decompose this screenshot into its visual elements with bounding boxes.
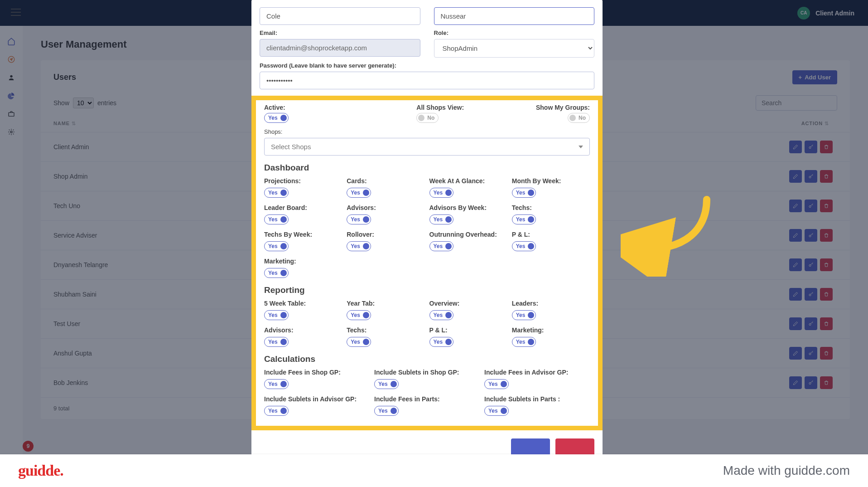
option-toggle[interactable]: Yes bbox=[347, 241, 371, 251]
option-label: Advisors By Week: bbox=[429, 204, 507, 211]
permissions-section: Active: Yes All Shops View: No Show My G… bbox=[251, 96, 603, 430]
option-label: Month By Week: bbox=[512, 177, 590, 185]
permission-option: Advisors: Yes bbox=[347, 204, 424, 224]
option-label: Marketing: bbox=[512, 326, 590, 334]
permission-option: Advisors By Week: Yes bbox=[429, 204, 507, 224]
option-label: Projections: bbox=[264, 177, 342, 185]
option-label: Techs: bbox=[512, 204, 590, 211]
permission-option: Techs: Yes bbox=[347, 326, 424, 347]
option-toggle[interactable]: Yes bbox=[512, 337, 536, 347]
option-toggle[interactable]: Yes bbox=[347, 337, 371, 347]
option-label: Include Sublets in Shop GP: bbox=[374, 369, 480, 376]
permission-option: Rollover: Yes bbox=[347, 231, 424, 251]
option-label: Techs By Week: bbox=[264, 231, 342, 238]
option-label: Advisors: bbox=[264, 326, 342, 334]
option-label: Cards: bbox=[347, 177, 424, 185]
option-label: Include Fees in Shop GP: bbox=[264, 369, 370, 376]
option-label: 5 Week Table: bbox=[264, 300, 342, 307]
role-label: Role: bbox=[434, 29, 595, 36]
option-label: Techs: bbox=[347, 326, 424, 334]
option-toggle[interactable]: Yes bbox=[347, 188, 371, 198]
email-field bbox=[260, 39, 420, 57]
option-toggle[interactable]: Yes bbox=[264, 406, 289, 416]
option-toggle[interactable]: Yes bbox=[512, 241, 536, 251]
permission-option: Cards: Yes bbox=[347, 177, 424, 198]
option-label: P & L: bbox=[429, 326, 507, 334]
permission-option: Include Sublets in Shop GP: Yes bbox=[374, 369, 480, 389]
show-groups-label: Show My Groups: bbox=[503, 104, 590, 111]
role-select[interactable]: ShopAdmin bbox=[434, 39, 595, 58]
all-shops-toggle[interactable]: No bbox=[416, 113, 439, 123]
permission-option: Marketing: Yes bbox=[512, 326, 590, 347]
option-label: Marketing: bbox=[264, 258, 342, 265]
guidde-logo: guidde. bbox=[18, 462, 63, 479]
permission-option: Overview: Yes bbox=[429, 300, 507, 320]
option-label: Include Fees in Advisor GP: bbox=[484, 369, 590, 376]
shops-label: Shops: bbox=[264, 128, 590, 135]
permission-option: Outrunning Overhead: Yes bbox=[429, 231, 507, 251]
permission-option: Advisors: Yes bbox=[264, 326, 342, 347]
all-shops-label: All Shops View: bbox=[416, 104, 503, 111]
option-toggle[interactable]: Yes bbox=[264, 337, 289, 347]
option-toggle[interactable]: Yes bbox=[374, 379, 399, 389]
made-with-label: Made with guidde.com bbox=[723, 463, 850, 478]
last-name-field[interactable] bbox=[434, 7, 595, 25]
option-toggle[interactable]: Yes bbox=[429, 241, 454, 251]
permission-option: 5 Week Table: Yes bbox=[264, 300, 342, 320]
permission-option: Leaders: Yes bbox=[512, 300, 590, 320]
option-toggle[interactable]: Yes bbox=[512, 310, 536, 320]
option-toggle[interactable]: Yes bbox=[264, 268, 289, 278]
option-toggle[interactable]: Yes bbox=[429, 310, 454, 320]
shops-select[interactable]: Select Shops bbox=[264, 138, 590, 156]
dashboard-heading: Dashboard bbox=[264, 163, 590, 173]
permission-option: Include Fees in Parts: Yes bbox=[374, 395, 480, 416]
permission-option: Include Fees in Shop GP: Yes bbox=[264, 369, 370, 389]
option-toggle[interactable]: Yes bbox=[347, 214, 371, 224]
option-toggle[interactable]: Yes bbox=[264, 310, 289, 320]
option-label: Leaders: bbox=[512, 300, 590, 307]
option-label: Year Tab: bbox=[347, 300, 424, 307]
password-field[interactable] bbox=[260, 72, 594, 89]
option-toggle[interactable]: Yes bbox=[429, 214, 454, 224]
option-label: Rollover: bbox=[347, 231, 424, 238]
option-toggle[interactable]: Yes bbox=[264, 214, 289, 224]
cancel-button[interactable] bbox=[555, 438, 594, 456]
active-toggle[interactable]: Yes bbox=[264, 113, 289, 123]
permission-option: Week At A Glance: Yes bbox=[429, 177, 507, 198]
option-toggle[interactable]: Yes bbox=[484, 379, 509, 389]
option-toggle[interactable]: Yes bbox=[429, 337, 454, 347]
option-label: Include Sublets in Parts : bbox=[484, 395, 590, 403]
option-toggle[interactable]: Yes bbox=[347, 310, 371, 320]
permission-option: P & L: Yes bbox=[429, 326, 507, 347]
permission-option: Include Fees in Advisor GP: Yes bbox=[484, 369, 590, 389]
option-toggle[interactable]: Yes bbox=[264, 379, 289, 389]
permission-option: Marketing: Yes bbox=[264, 258, 342, 278]
permission-option: Techs: Yes bbox=[512, 204, 590, 224]
option-toggle[interactable]: Yes bbox=[374, 406, 399, 416]
option-label: Outrunning Overhead: bbox=[429, 231, 507, 238]
option-label: Leader Board: bbox=[264, 204, 342, 211]
permission-option: P & L: Yes bbox=[512, 231, 590, 251]
reporting-heading: Reporting bbox=[264, 285, 590, 295]
option-label: Advisors: bbox=[347, 204, 424, 211]
option-toggle[interactable]: Yes bbox=[512, 214, 536, 224]
show-groups-toggle[interactable]: No bbox=[568, 113, 590, 123]
permission-option: Include Sublets in Parts : Yes bbox=[484, 395, 590, 416]
permission-option: Year Tab: Yes bbox=[347, 300, 424, 320]
email-label: Email: bbox=[260, 29, 420, 36]
option-label: Week At A Glance: bbox=[429, 177, 507, 185]
save-button[interactable] bbox=[511, 438, 550, 456]
option-label: Include Fees in Parts: bbox=[374, 395, 480, 403]
first-name-field[interactable] bbox=[260, 7, 420, 25]
option-toggle[interactable]: Yes bbox=[512, 188, 536, 198]
permission-option: Projections: Yes bbox=[264, 177, 342, 198]
option-label: Include Sublets in Advisor GP: bbox=[264, 395, 370, 403]
option-toggle[interactable]: Yes bbox=[264, 241, 289, 251]
active-label: Active: bbox=[264, 104, 351, 111]
permission-option: Techs By Week: Yes bbox=[264, 231, 342, 251]
option-label: P & L: bbox=[512, 231, 590, 238]
option-toggle[interactable]: Yes bbox=[264, 188, 289, 198]
option-toggle[interactable]: Yes bbox=[484, 406, 509, 416]
option-toggle[interactable]: Yes bbox=[429, 188, 454, 198]
chevron-down-icon bbox=[579, 146, 583, 148]
